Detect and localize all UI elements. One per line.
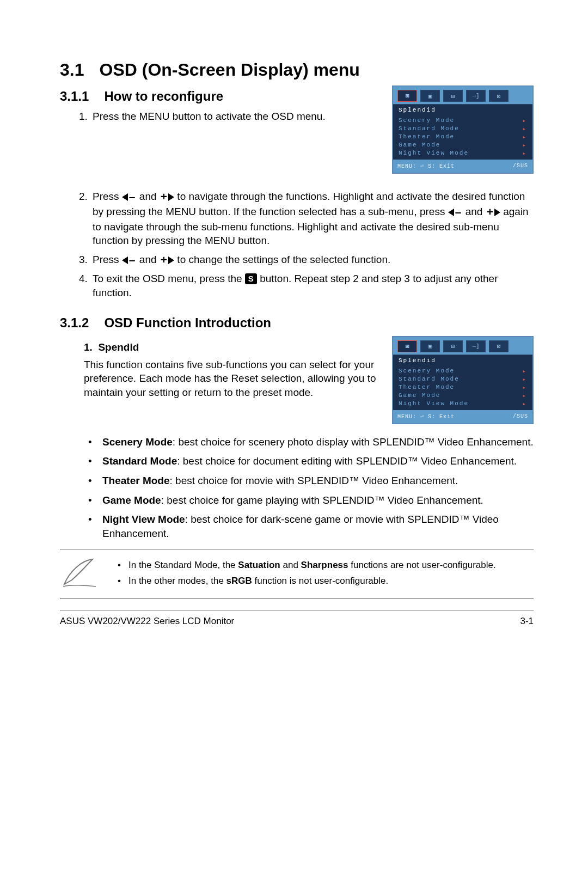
subsection-311: 3.1.1How to reconfigure <box>60 89 379 104</box>
osd-footer: MENU: ⏎ S: Exit /SUS <box>393 410 532 423</box>
subsection-311-title: How to reconfigure <box>104 89 223 103</box>
osd-footer-left: MENU: ⏎ S: Exit <box>397 163 455 169</box>
mode-name: Game Mode <box>102 494 161 506</box>
mode-name: Scenery Mode <box>102 436 173 448</box>
note-item: In the other modes, the sRGB function is… <box>113 575 534 588</box>
osd-item: Theater Mode▸ <box>393 133 532 141</box>
triangle-right-icon <box>168 193 174 201</box>
osd-tab-color-icon: ⊞ <box>443 90 463 102</box>
plus-icon: + <box>160 190 168 203</box>
osd-footer-logo: /SUS <box>513 163 528 169</box>
osd-screenshot-1: ◙ ▣ ⊞ →] ⊠ Splendid Scenery Mode▸ Standa… <box>392 85 534 174</box>
osd-tab-system-icon: ⊠ <box>489 90 509 102</box>
splendid-heading: 1. Spendid <box>84 341 379 353</box>
osd-header: Splendid <box>393 104 532 117</box>
osd-item: Theater Mode▸ <box>393 383 532 392</box>
mode-list: Scenery Mode: best choice for scenery ph… <box>84 435 534 541</box>
osd-tab-input-icon: →] <box>466 90 486 102</box>
triangle-left-icon <box>448 209 454 216</box>
osd-tab-input-icon: →] <box>466 340 486 352</box>
osd-header: Splendid <box>393 355 532 367</box>
note-item: In the Standard Mode, the Satuation and … <box>113 559 534 572</box>
osd-item: Night View Mode▸ <box>393 400 532 408</box>
osd-item: Standard Mode▸ <box>393 125 532 133</box>
list-item: Game Mode: best choice for game playing … <box>84 493 534 508</box>
step-1-text: Press the MENU button to activate the OS… <box>93 111 326 122</box>
mode-name: Night View Mode <box>102 514 185 525</box>
step-4: To exit the OSD menu, press the S button… <box>90 272 534 300</box>
chevron-right-icon: ▸ <box>522 392 527 399</box>
osd-item: Night View Mode▸ <box>393 149 532 157</box>
osd-tabs: ◙ ▣ ⊞ →] ⊠ <box>393 87 532 104</box>
step-3: Press – and + to change the settings of … <box>90 252 534 267</box>
list-item: Night View Mode: best choice for dark-sc… <box>84 512 534 540</box>
osd-item: Scenery Mode▸ <box>393 367 532 375</box>
mode-desc: : best choice for game playing with SPLE… <box>161 494 483 506</box>
minus-icon: – <box>128 190 137 203</box>
list-item: Standard Mode: best choice for document … <box>84 454 534 468</box>
osd-footer-left: MENU: ⏎ S: Exit <box>397 413 455 420</box>
section-heading: 3.1OSD (On-Screen Display) menu <box>60 60 534 80</box>
subsection-312-number: 3.1.2 <box>60 315 89 331</box>
splendid-paragraph: This function contains five sub-function… <box>84 358 379 400</box>
osd-screenshot-2: ◙ ▣ ⊞ →] ⊠ Splendid Scenery Mode▸ Standa… <box>392 336 534 424</box>
osd-tabs: ◙ ▣ ⊞ →] ⊠ <box>393 337 532 355</box>
plus-icon: + <box>486 205 494 218</box>
chevron-right-icon: ▸ <box>522 400 527 407</box>
plus-icon: + <box>160 253 168 266</box>
mode-desc: : best choice for movie with SPLENDID™ V… <box>170 475 458 486</box>
step-1: Press the MENU button to activate the OS… <box>90 109 379 124</box>
chevron-right-icon: ▸ <box>522 376 527 383</box>
note-block: In the Standard Mode, the Satuation and … <box>60 549 534 599</box>
triangle-left-icon <box>122 193 128 201</box>
osd-tab-image-icon: ▣ <box>420 340 440 352</box>
chevron-right-icon: ▸ <box>522 142 527 149</box>
triangle-left-icon <box>122 256 128 264</box>
mode-desc: : best choice for document editing with … <box>177 455 517 467</box>
chevron-right-icon: ▸ <box>522 150 527 157</box>
osd-item: Game Mode▸ <box>393 392 532 400</box>
mode-name: Theater Mode <box>102 475 170 486</box>
chevron-right-icon: ▸ <box>522 368 527 375</box>
mode-name: Standard Mode <box>102 455 177 467</box>
list-item: Theater Mode: best choice for movie with… <box>84 474 534 488</box>
minus-icon: – <box>128 253 137 266</box>
footer-left: ASUS VW202/VW222 Series LCD Monitor <box>60 616 234 627</box>
osd-item: Standard Mode▸ <box>393 375 532 383</box>
osd-tab-image-icon: ▣ <box>420 90 440 102</box>
list-item: Scenery Mode: best choice for scenery ph… <box>84 435 534 449</box>
subsection-312-title: OSD Function Introduction <box>104 315 271 330</box>
footer-page-number: 3-1 <box>520 616 534 627</box>
osd-item: Game Mode▸ <box>393 141 532 149</box>
osd-tab-system-icon: ⊠ <box>489 340 509 352</box>
osd-items: Scenery Mode▸ Standard Mode▸ Theater Mod… <box>393 367 532 410</box>
osd-item: Scenery Mode▸ <box>393 117 532 125</box>
subsection-312: 3.1.2OSD Function Introduction <box>60 315 534 331</box>
osd-tab-splendid-icon: ◙ <box>397 90 417 102</box>
splendid-title: Spendid <box>98 341 139 353</box>
osd-footer-logo: /SUS <box>513 413 528 420</box>
step-2: Press – and + to navigate through the fu… <box>90 189 534 248</box>
splendid-number: 1. <box>84 341 93 353</box>
osd-tab-splendid-icon: ◙ <box>397 340 417 352</box>
osd-tab-color-icon: ⊞ <box>443 340 463 352</box>
chevron-right-icon: ▸ <box>522 384 527 391</box>
section-title-text: OSD (On-Screen Display) menu <box>99 60 359 80</box>
minus-icon: – <box>454 205 463 218</box>
chevron-right-icon: ▸ <box>522 117 527 124</box>
triangle-right-icon <box>494 209 500 216</box>
osd-items: Scenery Mode▸ Standard Mode▸ Theater Mod… <box>393 117 532 160</box>
osd-footer: MENU: ⏎ S: Exit /SUS <box>393 160 532 173</box>
mode-desc: : best choice for scenery photo display … <box>173 436 534 448</box>
quill-icon <box>60 556 103 591</box>
triangle-right-icon <box>168 256 174 264</box>
section-number: 3.1 <box>60 60 84 80</box>
s-button-icon: S <box>245 273 257 284</box>
page-footer: ASUS VW202/VW222 Series LCD Monitor 3-1 <box>60 610 534 627</box>
chevron-right-icon: ▸ <box>522 133 527 140</box>
subsection-311-number: 3.1.1 <box>60 89 89 104</box>
chevron-right-icon: ▸ <box>522 125 527 132</box>
